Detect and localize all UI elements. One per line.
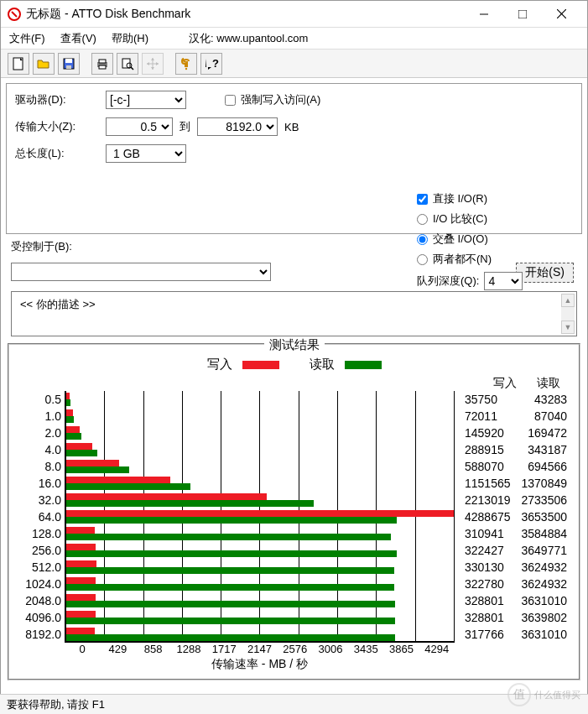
description-textarea[interactable]: << 你的描述 >> ▲▼ (11, 291, 577, 336)
results-panel: 测试结果 写入 读取 写入 读取 0.51.02.04.08.016.032.0… (8, 343, 580, 680)
xfer-label: 传输大小(Z): (15, 119, 99, 134)
qd-label: 队列深度(Q): (417, 274, 479, 289)
read-value: 3631010 (521, 592, 567, 609)
menu-file[interactable]: 文件(F) (9, 31, 45, 46)
controlled-select[interactable] (11, 263, 271, 281)
io-neither-radio[interactable]: 两者都不(N) (417, 252, 566, 267)
length-label: 总长度(L): (15, 146, 99, 161)
print-button[interactable] (91, 53, 113, 75)
io-overlap-radio[interactable]: 交叠 I/O(O) (417, 232, 566, 247)
description-box-wrapper: << 你的描述 >> ▲▼ (11, 291, 577, 336)
write-value: 2213019 (465, 492, 511, 508)
scrollbar[interactable]: ▲▼ (561, 294, 575, 334)
read-value: 3624932 (521, 559, 567, 576)
controlled-label: 受控制于(B): (11, 239, 72, 254)
open-button[interactable] (33, 53, 55, 75)
x-axis-label: 传输速率 - MB / 秒 (65, 657, 572, 672)
direct-io-checkbox[interactable]: 直接 I/O(R) (417, 191, 566, 206)
force-write-checkbox[interactable]: 强制写入访问(A) (225, 92, 320, 107)
statusbar: 要获得帮助, 请按 F1 (0, 694, 588, 714)
write-value: 322427 (465, 542, 504, 559)
write-value: 328801 (465, 609, 504, 626)
x-axis-ticks: 042985812881717214725763006343538654294 (65, 643, 572, 655)
read-value: 3624932 (521, 576, 567, 592)
maximize-button[interactable] (503, 2, 542, 27)
write-value: 317766 (465, 626, 504, 643)
read-value: 3639802 (521, 609, 567, 626)
watermark-text: 什么值得买 (534, 689, 580, 701)
value-columns: 3575043283720118704014592016947228891534… (455, 391, 572, 643)
qd-select[interactable]: 4 (484, 272, 523, 290)
xfer-to-label: 到 (180, 119, 190, 134)
legend-write-label: 写入 (207, 357, 232, 373)
y-axis-labels: 0.51.02.04.08.016.032.064.0128.0256.0512… (16, 391, 65, 643)
new-button[interactable] (8, 53, 29, 75)
localize-link[interactable]: www.upantool.com (216, 32, 308, 44)
write-value: 588070 (465, 458, 504, 475)
xfer-from-select[interactable]: 0.5 (106, 117, 173, 136)
write-value: 322780 (465, 576, 504, 592)
read-value: 3631010 (521, 626, 567, 643)
read-value: 169472 (528, 425, 567, 441)
plot-area (65, 391, 455, 643)
read-value: 694566 (528, 458, 567, 475)
toolbar: ? (1, 50, 587, 78)
io-compare-radio[interactable]: I/O 比较(C) (417, 211, 566, 227)
minimize-button[interactable] (465, 2, 503, 27)
col-write-label: 写入 (493, 376, 517, 391)
menu-help[interactable]: 帮助(H) (112, 31, 148, 46)
xfer-unit: KB (284, 121, 299, 133)
write-value: 328801 (465, 592, 504, 609)
col-read-label: 读取 (537, 376, 560, 391)
svg-rect-11 (99, 65, 106, 69)
svg-text:?: ? (212, 57, 219, 70)
write-value: 35750 (465, 391, 497, 408)
legend-write-swatch (242, 361, 279, 369)
write-value: 145920 (465, 425, 504, 441)
status-text: 要获得帮助, 请按 F1 (7, 698, 105, 711)
svg-line-14 (131, 67, 133, 70)
titlebar: 无标题 - ATTO Disk Benchmark (1, 1, 587, 28)
read-value: 343187 (528, 441, 567, 458)
settings-panel: 驱动器(D): [-c-] 强制写入访问(A) 传输大小(Z): 0.5 到 8… (6, 83, 582, 234)
about-button[interactable] (175, 53, 197, 75)
scroll-down-icon[interactable]: ▼ (561, 321, 575, 334)
read-value: 3653500 (521, 508, 567, 525)
chart: 0.51.02.04.08.016.032.064.0128.0256.0512… (16, 391, 572, 643)
move-button[interactable] (142, 53, 164, 75)
app-icon (8, 8, 21, 21)
drive-label: 驱动器(D): (15, 92, 99, 107)
read-value: 3584884 (521, 525, 567, 542)
window-title: 无标题 - ATTO Disk Benchmark (26, 7, 465, 22)
read-value: 3649771 (521, 542, 567, 559)
write-value: 330130 (465, 559, 504, 576)
io-options: 直接 I/O(R) I/O 比较(C) 交叠 I/O(O) 两者都不(N) 队列… (417, 191, 566, 290)
localize-label: 汉化: www.upantool.com (189, 31, 308, 46)
write-value: 4288675 (465, 508, 511, 525)
watermark-icon: 值 (507, 683, 531, 706)
xfer-to-select[interactable]: 8192.0 (197, 117, 278, 136)
write-value: 288915 (465, 441, 504, 458)
write-value: 72011 (465, 408, 497, 425)
results-title: 测试结果 (264, 337, 325, 352)
read-value: 2733506 (521, 492, 567, 508)
whatsthis-button[interactable]: ? (200, 53, 222, 75)
read-value: 1370849 (521, 475, 567, 492)
svg-point-17 (185, 67, 187, 69)
write-value: 310941 (465, 525, 504, 542)
svg-rect-8 (66, 65, 71, 69)
scroll-up-icon[interactable]: ▲ (561, 294, 575, 307)
legend: 写入 读取 (16, 357, 572, 373)
close-button[interactable] (542, 2, 580, 27)
legend-read-swatch (345, 361, 382, 369)
write-value: 1151565 (465, 475, 511, 492)
svg-rect-7 (65, 59, 72, 63)
read-value: 87040 (534, 408, 567, 425)
length-select[interactable]: 1 GB (106, 144, 186, 163)
svg-rect-10 (99, 60, 106, 63)
save-button[interactable] (58, 53, 80, 75)
drive-select[interactable]: [-c-] (106, 91, 186, 109)
watermark: 值 什么值得买 (507, 680, 583, 709)
menu-view[interactable]: 查看(V) (60, 31, 96, 46)
preview-button[interactable] (117, 53, 138, 75)
